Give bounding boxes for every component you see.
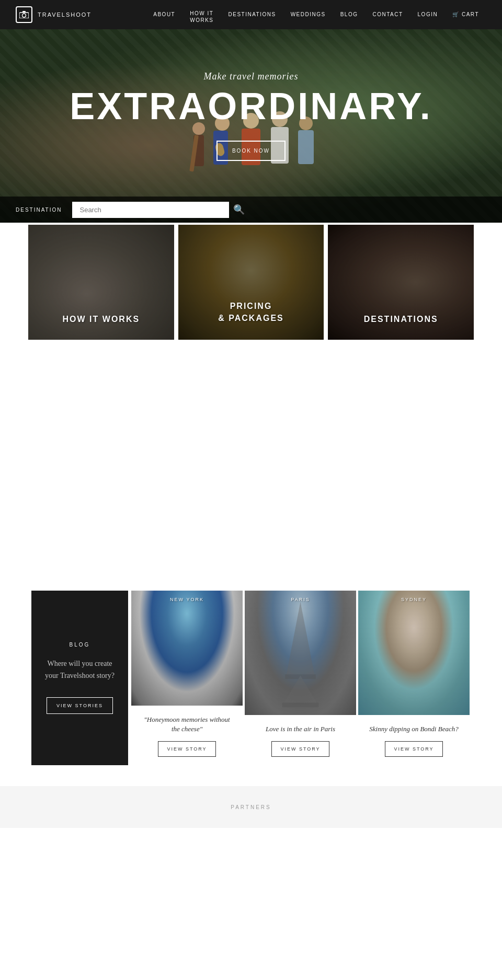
content-spacer [0,340,502,591]
svg-marker-18 [283,675,317,704]
view-stories-button[interactable]: VIEW STORIES [47,697,113,714]
hero-section: Make travel memories EXTRAORDINARY. BOOK… [0,29,502,223]
story-location-sydney: SYDNEY [358,597,470,602]
hero-subtitle: Make travel memories [0,71,502,82]
svg-marker-16 [286,602,314,676]
blog-section-label: BLOG [70,642,90,648]
story-title-paris: Love is in the air in Paris [253,724,348,734]
svg-point-1 [22,14,26,17]
story-title-sydney: Skinny dipping on Bondi Beach? [367,724,461,734]
category-label-how: HOW IT WORKS [28,315,174,324]
search-label: DESTINATION [16,207,62,213]
site-logo[interactable]: TRAVELSHOOT [16,6,92,23]
blog-story-card-ny: NEW YORK "Honeymoon memories without the… [131,591,243,765]
story-image-ny: NEW YORK [131,591,243,706]
story-image-paris: PARIS [245,591,356,715]
view-story-button-ny[interactable]: VIEW STORY [158,741,215,757]
footer-partners: PARTNERS [0,786,502,828]
story-info-ny: "Honeymoon memories without the cheese" … [131,706,243,765]
story-location-paris: PARIS [245,597,356,602]
story-image-sydney: SYDNEY [358,591,470,715]
story-location-ny: NEW YORK [131,597,243,602]
view-story-button-paris[interactable]: VIEW STORY [271,741,329,757]
hero-title: EXTRAORDINARY. [0,87,502,125]
nav-cart[interactable]: 🛒 CART [445,0,486,29]
blog-section: BLOG Where will you create your Travelsh… [0,591,502,765]
category-section: HOW IT WORKS PRICING& PACKAGES DESTINATI… [0,225,502,340]
blog-intro-card: BLOG Where will you create your Travelsh… [31,591,128,765]
nav-login[interactable]: LOGIN [410,0,446,29]
svg-rect-2 [22,11,26,13]
search-bar: DESTINATION 🔍 [0,197,502,223]
blog-intro-text: Where will you create your Travelshoot s… [44,658,116,682]
story-title-ny: "Honeymoon memories without the cheese" [140,715,234,734]
svg-rect-19 [282,702,318,707]
story-info-paris: Love is in the air in Paris VIEW STORY [245,715,356,765]
hero-content: Make travel memories EXTRAORDINARY. BOOK… [0,29,502,161]
category-card-how-it-works[interactable]: HOW IT WORKS [28,225,174,340]
view-story-button-sydney[interactable]: VIEW STORY [385,741,442,757]
partners-label: PARTNERS [231,804,271,810]
navigation: TRAVELSHOOT ABOUT HOW ITWORKS DESTINATIO… [0,0,502,29]
logo-icon [16,6,32,23]
search-button[interactable]: 🔍 [233,204,245,215]
nav-links: ABOUT HOW ITWORKS DESTINATIONS WEDDINGS … [146,0,486,29]
category-card-destinations[interactable]: DESTINATIONS [328,225,474,340]
blog-story-card-sydney: SYDNEY Skinny dipping on Bondi Beach? VI… [358,591,470,765]
book-now-button[interactable]: BOOK NOW [216,141,286,161]
story-info-sydney: Skinny dipping on Bondi Beach? VIEW STOR… [358,715,470,765]
nav-how-it-works[interactable]: HOW ITWORKS [182,6,221,24]
nav-blog[interactable]: BLOG [333,0,366,29]
nav-contact[interactable]: CONTACT [365,0,410,29]
nav-about[interactable]: ABOUT [146,0,182,29]
nav-weddings[interactable]: WEDDINGS [283,0,333,29]
category-label-pricing: PRICING& PACKAGES [178,301,324,324]
category-card-pricing[interactable]: PRICING& PACKAGES [178,225,324,340]
search-input[interactable] [72,202,229,218]
category-label-destinations: DESTINATIONS [328,315,474,324]
blog-story-card-paris: PARIS Love is in the air in Paris VIEW S… [245,591,356,765]
site-name: TRAVELSHOOT [38,11,92,18]
nav-destinations[interactable]: DESTINATIONS [221,0,283,29]
